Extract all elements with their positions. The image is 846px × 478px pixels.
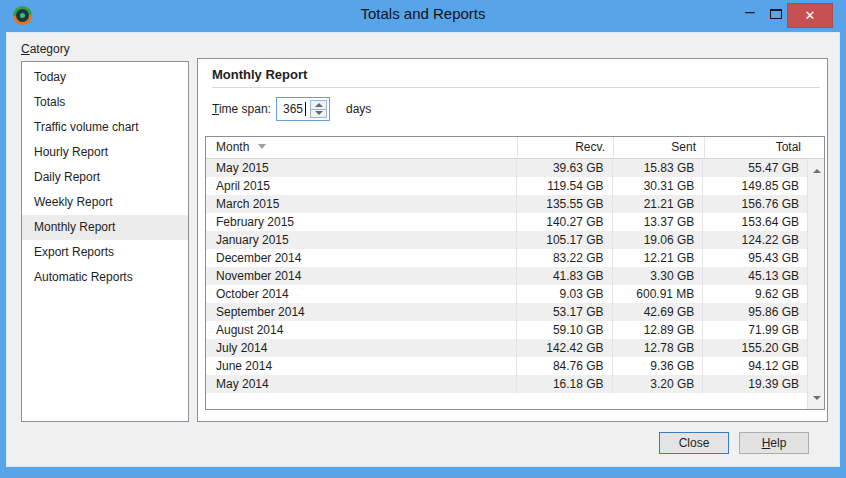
- table-cell: November 2014: [206, 267, 517, 285]
- table-cell: 30.31 GB: [613, 177, 704, 195]
- category-listbox: TodayTotalsTraffic volume chartHourly Re…: [21, 61, 189, 422]
- text-caret: [305, 102, 306, 116]
- sidebar-item-monthly-report[interactable]: Monthly Report: [22, 215, 188, 240]
- table-cell: 600.91 MB: [613, 285, 704, 303]
- table-cell: 16.18 GB: [517, 375, 613, 393]
- table-cell: September 2014: [206, 303, 517, 321]
- sidebar-item-today[interactable]: Today: [22, 65, 188, 90]
- scroll-down-icon[interactable]: [808, 389, 825, 406]
- table-row[interactable]: June 201484.76 GB9.36 GB94.12 GB: [206, 357, 807, 375]
- table-cell: 142.42 GB: [517, 339, 613, 357]
- table-row[interactable]: November 201441.83 GB3.30 GB45.13 GB: [206, 267, 807, 285]
- table-cell: August 2014: [206, 321, 517, 339]
- table-cell: December 2014: [206, 249, 517, 267]
- table-row[interactable]: May 201416.18 GB3.20 GB19.39 GB: [206, 375, 807, 393]
- table-cell: 9.03 GB: [517, 285, 613, 303]
- sidebar-item-weekly-report[interactable]: Weekly Report: [22, 190, 188, 215]
- table-cell: 21.21 GB: [613, 195, 704, 213]
- sidebar-item-automatic-reports[interactable]: Automatic Reports: [22, 265, 188, 290]
- time-span-row: Time span: 365 days: [212, 96, 371, 122]
- table-cell: 149.85 GB: [703, 177, 807, 195]
- time-span-input[interactable]: 365: [277, 98, 305, 120]
- table-row[interactable]: July 2014142.42 GB12.78 GB155.20 GB: [206, 339, 807, 357]
- time-span-spinbox[interactable]: 365: [276, 97, 330, 121]
- column-header-total[interactable]: Total: [705, 137, 809, 158]
- table-cell: 42.69 GB: [613, 303, 704, 321]
- table-header: Month Recv. Sent Total: [206, 137, 824, 159]
- table-cell: 155.20 GB: [703, 339, 807, 357]
- table-cell: 71.99 GB: [703, 321, 807, 339]
- table-cell: April 2015: [206, 177, 517, 195]
- minimize-button[interactable]: –: [737, 0, 763, 28]
- table-cell: 39.63 GB: [517, 159, 613, 177]
- table-cell: 45.13 GB: [703, 267, 807, 285]
- sidebar-item-totals[interactable]: Totals: [22, 90, 188, 115]
- table-cell: 12.21 GB: [613, 249, 704, 267]
- table-cell: 9.36 GB: [613, 357, 704, 375]
- sidebar-item-export-reports[interactable]: Export Reports: [22, 240, 188, 265]
- table-row[interactable]: October 20149.03 GB600.91 MB9.62 GB: [206, 285, 807, 303]
- dialog-body: Category TodayTotalsTraffic volume chart…: [6, 32, 840, 467]
- vertical-scrollbar[interactable]: [807, 159, 824, 409]
- table-cell: July 2014: [206, 339, 517, 357]
- dialog-window: Totals and Reports – ✕ Category TodayTot…: [0, 0, 846, 478]
- table-cell: 94.12 GB: [703, 357, 807, 375]
- time-span-label: Time span:: [212, 102, 274, 116]
- table-row[interactable]: April 2015119.54 GB30.31 GB149.85 GB: [206, 177, 807, 195]
- table-cell: February 2015: [206, 213, 517, 231]
- category-label: Category: [21, 42, 70, 56]
- table-row[interactable]: September 201453.17 GB42.69 GB95.86 GB: [206, 303, 807, 321]
- window-title: Totals and Reports: [0, 5, 846, 22]
- table-cell: 95.86 GB: [703, 303, 807, 321]
- table-row[interactable]: March 2015135.55 GB21.21 GB156.76 GB: [206, 195, 807, 213]
- panel-heading: Monthly Report: [212, 67, 307, 82]
- table-cell: 153.64 GB: [703, 213, 807, 231]
- table-cell: 19.06 GB: [613, 231, 704, 249]
- spin-down-icon[interactable]: [311, 110, 326, 118]
- table-cell: 12.89 GB: [613, 321, 704, 339]
- table-body: May 201539.63 GB15.83 GB55.47 GBApril 20…: [206, 159, 807, 393]
- table-row[interactable]: February 2015140.27 GB13.37 GB153.64 GB: [206, 213, 807, 231]
- close-button[interactable]: Close: [659, 432, 729, 454]
- time-span-unit: days: [346, 102, 371, 116]
- column-header-recv[interactable]: Recv.: [518, 137, 614, 158]
- close-window-button[interactable]: ✕: [787, 3, 833, 28]
- table-cell: 95.43 GB: [703, 249, 807, 267]
- table-cell: 119.54 GB: [517, 177, 613, 195]
- table-row[interactable]: January 2015105.17 GB19.06 GB124.22 GB: [206, 231, 807, 249]
- table-cell: January 2015: [206, 231, 517, 249]
- help-button[interactable]: Help: [739, 432, 809, 454]
- spinner: [310, 100, 327, 118]
- table-cell: 9.62 GB: [703, 285, 807, 303]
- table-cell: May 2014: [206, 375, 517, 393]
- table-cell: 19.39 GB: [703, 375, 807, 393]
- table-cell: 55.47 GB: [703, 159, 807, 177]
- spin-up-icon[interactable]: [311, 101, 326, 110]
- table-cell: 3.30 GB: [613, 267, 704, 285]
- sidebar-item-hourly-report[interactable]: Hourly Report: [22, 140, 188, 165]
- scroll-up-icon[interactable]: [808, 162, 825, 179]
- monthly-report-table: Month Recv. Sent Total May 201539.63 GB1…: [205, 136, 825, 410]
- maximize-button[interactable]: [770, 9, 782, 19]
- table-row[interactable]: May 201539.63 GB15.83 GB55.47 GB: [206, 159, 807, 177]
- column-header-sent[interactable]: Sent: [614, 137, 705, 158]
- table-cell: 15.83 GB: [613, 159, 704, 177]
- table-cell: 124.22 GB: [703, 231, 807, 249]
- sidebar-item-daily-report[interactable]: Daily Report: [22, 165, 188, 190]
- table-cell: June 2014: [206, 357, 517, 375]
- table-cell: 41.83 GB: [517, 267, 613, 285]
- table-cell: 84.76 GB: [517, 357, 613, 375]
- sidebar-item-traffic-volume-chart[interactable]: Traffic volume chart: [22, 115, 188, 140]
- sort-desc-icon: [258, 144, 266, 149]
- table-cell: October 2014: [206, 285, 517, 303]
- table-row[interactable]: December 201483.22 GB12.21 GB95.43 GB: [206, 249, 807, 267]
- table-cell: 3.20 GB: [613, 375, 704, 393]
- heading-divider: [212, 87, 820, 88]
- monthly-report-panel: Monthly Report Time span: 365 days Month: [197, 58, 828, 422]
- column-header-month[interactable]: Month: [206, 137, 518, 158]
- titlebar: Totals and Reports – ✕: [0, 0, 846, 32]
- table-row[interactable]: August 201459.10 GB12.89 GB71.99 GB: [206, 321, 807, 339]
- table-cell: 13.37 GB: [613, 213, 704, 231]
- table-cell: 83.22 GB: [517, 249, 613, 267]
- table-cell: March 2015: [206, 195, 517, 213]
